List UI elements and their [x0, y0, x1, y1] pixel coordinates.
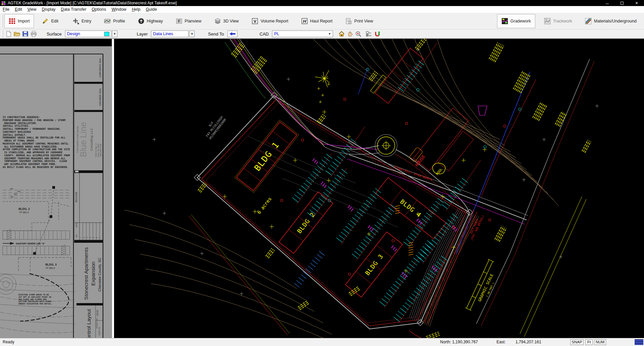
- open-file-icon[interactable]: [14, 31, 20, 37]
- menu-window[interactable]: Window: [109, 6, 129, 13]
- menu-display[interactable]: Display: [39, 6, 58, 13]
- new-file-icon[interactable]: [5, 31, 12, 37]
- pane-splitter[interactable]: [112, 39, 114, 338]
- send-to-button[interactable]: [227, 31, 237, 37]
- cad-label: CAD: [260, 32, 269, 37]
- cad-dropdown-arrow[interactable]: ▼: [328, 32, 331, 36]
- title-bar: AGTEK GradeWork - [Import Mode] [C:\AGTE…: [0, 0, 644, 6]
- svg-text:De: De: [369, 35, 372, 37]
- 3dview-button[interactable]: 3D View: [210, 14, 243, 28]
- print-icon[interactable]: [31, 31, 37, 37]
- extend-descend-icon[interactable]: ExDe: [366, 31, 372, 37]
- layer-dropdown-arrow[interactable]: ▼: [189, 31, 195, 37]
- volume-report-icon: V: [252, 18, 258, 24]
- profile-button[interactable]: Profile: [100, 14, 129, 28]
- materials-underground-button[interactable]: Materials/Underground: [581, 14, 641, 28]
- sewer-label: SANITARY SEWER LINE "A": [16, 242, 45, 245]
- trackwork-button[interactable]: Trackwork: [540, 14, 576, 28]
- close-button[interactable]: ✕: [629, 0, 644, 6]
- minimize-icon: [606, 2, 609, 4]
- numlock-indicator[interactable]: NUM: [594, 339, 606, 345]
- zoom-icon[interactable]: [355, 31, 362, 37]
- menu-view[interactable]: View: [25, 6, 39, 13]
- planview-button[interactable]: F Planview: [172, 14, 206, 28]
- elev-864: 864: [14, 193, 17, 195]
- 3dview-label: 3D View: [223, 19, 239, 23]
- plan-canvas[interactable]: BLDG 1 BLDG 2 BLDG 3 BLDG 4: [114, 39, 644, 338]
- profile-label: Profile: [113, 19, 125, 23]
- sheet-name: Control Layout: [86, 309, 92, 338]
- 3d-view-icon: [214, 18, 221, 24]
- rev-1: 1: [80, 237, 82, 238]
- cad-layer-select[interactable]: PL ▼: [272, 31, 333, 37]
- units-toggle[interactable]: Ft: [585, 339, 593, 345]
- snap-magnet-icon[interactable]: [374, 31, 381, 37]
- status-coordinates: North: 1,190,390.767 East: 1,794,207.161: [440, 340, 559, 344]
- volume-report-button[interactable]: V Volume Report: [248, 14, 292, 28]
- haul-report-label: Haul Report: [310, 19, 333, 23]
- sheet-preview-pane[interactable]: CORPORATE SEAL ENGINEER SEAL Blue Line C…: [0, 39, 112, 338]
- haul-report-icon: H: [301, 18, 308, 24]
- import-button[interactable]: Import: [4, 14, 34, 28]
- send-to-arrow-icon: [229, 32, 236, 36]
- east-label: East:: [496, 340, 505, 344]
- storm-drain-note: EXISTING STORM DRAIN TO BE CUT OFF AT DA…: [18, 294, 52, 305]
- close-icon: ✕: [635, 1, 638, 5]
- construction-sequence-notes: II CONSTRUCTION SEQUENCE: PERFORM ROAD G…: [3, 116, 72, 169]
- project-no: 10042: [96, 310, 99, 316]
- entry-button[interactable]: Entry: [68, 14, 95, 28]
- menu-edit[interactable]: Edit: [12, 6, 25, 13]
- print-view-button[interactable]: Print View: [341, 14, 377, 28]
- project-title-1: Stonecrest Apartments: [83, 247, 89, 300]
- menu-help[interactable]: Help: [129, 6, 143, 13]
- edit-button[interactable]: Edit: [38, 14, 62, 28]
- revision-label: REVISION: [75, 192, 77, 202]
- logo-name: Blue Line: [78, 122, 88, 157]
- materials-underground-label: Materials/Underground: [594, 19, 637, 23]
- home-view-icon[interactable]: [338, 31, 345, 37]
- highway-icon: [138, 18, 145, 24]
- surface-layer-toolbar: Surface Design ▼ Layer Data Lines ▼ Send…: [0, 30, 644, 39]
- mode-toolbar: Import Edit Entry Profile: [0, 13, 644, 30]
- engineer-seal-label: ENGINEER SEAL: [99, 88, 101, 106]
- menu-guide[interactable]: Guide: [143, 6, 160, 13]
- rev-2: 2: [83, 237, 85, 238]
- profile-icon: [104, 18, 111, 24]
- save-icon[interactable]: [22, 31, 29, 37]
- sheet-bldg3-ff: FF 860.0: [46, 267, 55, 269]
- rev-6: 6: [95, 237, 97, 238]
- menu-bar: File Edit View Display Data Transfer Opt…: [0, 6, 644, 13]
- sheet-no-label: SHEET NO.: [99, 327, 100, 335]
- pan-hand-icon[interactable]: [347, 31, 353, 37]
- toolbar-grip-2: [1, 30, 3, 38]
- import-icon: [9, 18, 15, 24]
- edit-label: Edit: [51, 19, 58, 23]
- print-view-label: Print View: [354, 19, 373, 23]
- highway-button[interactable]: Highway: [134, 14, 167, 28]
- gradework-button[interactable]: Gradework: [497, 14, 535, 28]
- menu-file[interactable]: File: [0, 6, 12, 13]
- planview-icon: F: [176, 18, 182, 24]
- layer-select[interactable]: Data Lines: [151, 31, 189, 37]
- gradework-icon: [501, 18, 508, 24]
- haul-report-button[interactable]: H Haul Report: [297, 14, 337, 28]
- minimize-button[interactable]: [600, 0, 614, 6]
- import-label: Import: [18, 19, 30, 23]
- snap-toggle[interactable]: SNAP: [570, 339, 584, 345]
- menu-data-transfer[interactable]: Data Transfer: [58, 6, 89, 13]
- app-window: AGTEK GradeWork - [Import Mode] [C:\AGTE…: [0, 0, 644, 346]
- surface-select[interactable]: Design: [65, 31, 111, 37]
- surface-label: Surface: [47, 32, 62, 37]
- print-view-icon: [345, 18, 352, 24]
- burst-center: [323, 77, 325, 79]
- resize-grip[interactable]: [635, 339, 643, 345]
- date-label: DATE: [75, 222, 77, 227]
- maximize-button[interactable]: [614, 0, 629, 6]
- project-title-2: Expansion: [90, 262, 96, 286]
- svg-text:V: V: [254, 19, 257, 24]
- surface-dropdown-arrow[interactable]: ▼: [112, 31, 117, 37]
- menu-options[interactable]: Options: [89, 6, 109, 13]
- svg-text:H: H: [303, 19, 306, 24]
- materials-underground-icon: [585, 18, 592, 24]
- north-label: North:: [440, 340, 451, 344]
